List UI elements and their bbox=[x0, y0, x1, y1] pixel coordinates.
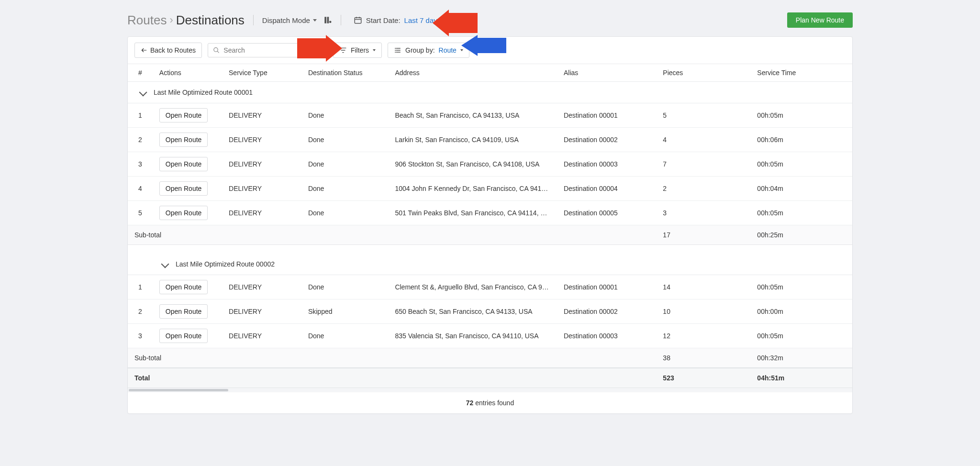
row-index: 4 bbox=[128, 177, 153, 201]
start-date-label: Start Date: bbox=[366, 16, 401, 24]
dispatch-mode-dropdown[interactable]: Dispatch Mode bbox=[262, 16, 317, 24]
cell-service-time: 00h:05m bbox=[750, 103, 852, 128]
open-route-button[interactable]: Open Route bbox=[159, 108, 208, 122]
subtotal-time: 00h:32m bbox=[750, 348, 852, 368]
breadcrumb-destinations: Destinations bbox=[176, 13, 245, 28]
table-row: 4 Open Route DELIVERY Done 1004 John F K… bbox=[128, 177, 852, 201]
dispatch-mode-label: Dispatch Mode bbox=[262, 16, 310, 24]
table-row: 1 Open Route DELIVERY Done Clement St &,… bbox=[128, 275, 852, 299]
start-date-dropdown[interactable]: Last 7 days bbox=[404, 16, 447, 24]
svg-line-8 bbox=[217, 51, 219, 53]
open-route-button[interactable]: Open Route bbox=[159, 206, 208, 220]
entries-label: entries found bbox=[475, 399, 514, 407]
back-to-routes-button[interactable]: Back to Routes bbox=[134, 43, 202, 58]
svg-rect-3 bbox=[355, 18, 361, 23]
groupby-label: Group by: bbox=[405, 46, 434, 54]
group-title: Last Mile Optimized Route 00001 bbox=[154, 89, 253, 96]
row-index: 5 bbox=[128, 201, 153, 225]
breadcrumb-routes[interactable]: Routes bbox=[127, 13, 167, 28]
open-route-button[interactable]: Open Route bbox=[159, 181, 208, 196]
horizontal-scrollbar[interactable] bbox=[128, 388, 852, 392]
cell-dest-status: Skipped bbox=[301, 299, 388, 323]
cell-service-time: 00h:00m bbox=[750, 299, 852, 323]
table-row: 2 Open Route DELIVERY Skipped 650 Beach … bbox=[128, 299, 852, 323]
col-address[interactable]: Address bbox=[388, 64, 557, 82]
cell-service-type: DELIVERY bbox=[222, 128, 301, 152]
chevron-down-icon bbox=[313, 19, 317, 22]
destinations-card: Back to Routes Filters Group by: Route bbox=[127, 36, 853, 414]
open-route-button[interactable]: Open Route bbox=[159, 133, 208, 147]
chevron-down-icon bbox=[161, 260, 169, 268]
destinations-table: # Actions Service Type Destination Statu… bbox=[128, 64, 852, 388]
row-index: 3 bbox=[128, 323, 153, 348]
filters-label: Filters bbox=[351, 46, 369, 54]
col-pieces[interactable]: Pieces bbox=[656, 64, 750, 82]
columns-icon bbox=[323, 16, 332, 24]
col-service-time[interactable]: Service Time bbox=[750, 64, 852, 82]
cell-address: 906 Stockton St, San Francisco, CA 94108… bbox=[388, 152, 557, 177]
total-pieces: 523 bbox=[656, 368, 750, 388]
cell-service-type: DELIVERY bbox=[222, 323, 301, 348]
back-label: Back to Routes bbox=[150, 46, 196, 54]
cell-dest-status: Done bbox=[301, 152, 388, 177]
cell-alias: Destination 00005 bbox=[557, 201, 656, 225]
chevron-down-icon bbox=[373, 49, 376, 51]
cell-service-type: DELIVERY bbox=[222, 299, 301, 323]
cell-service-type: DELIVERY bbox=[222, 201, 301, 225]
plan-new-route-button[interactable]: Plan New Route bbox=[787, 12, 853, 28]
total-label: Total bbox=[128, 368, 656, 388]
cell-alias: Destination 00001 bbox=[557, 103, 656, 128]
open-route-button[interactable]: Open Route bbox=[159, 329, 208, 343]
chevron-down-icon bbox=[460, 49, 463, 51]
search-field[interactable] bbox=[208, 43, 327, 57]
groupby-button[interactable]: Group by: Route bbox=[388, 43, 469, 58]
filters-button[interactable]: Filters bbox=[333, 43, 382, 58]
cell-alias: Destination 00003 bbox=[557, 323, 656, 348]
cell-service-time: 00h:06m bbox=[750, 128, 852, 152]
open-route-button[interactable]: Open Route bbox=[159, 157, 208, 171]
breadcrumb-sep: › bbox=[169, 14, 173, 26]
subtotal-label: Sub-total bbox=[128, 225, 656, 245]
group-title: Last Mile Optimized Route 00002 bbox=[176, 260, 275, 268]
open-route-button[interactable]: Open Route bbox=[159, 304, 208, 319]
col-service-type[interactable]: Service Type bbox=[222, 64, 301, 82]
cell-dest-status: Done bbox=[301, 201, 388, 225]
start-date-value: Last 7 days bbox=[404, 16, 441, 24]
group-header-row[interactable]: Last Mile Optimized Route 00001 bbox=[128, 82, 852, 103]
cell-dest-status: Done bbox=[301, 275, 388, 299]
svg-rect-1 bbox=[327, 17, 329, 23]
cell-pieces: 3 bbox=[656, 201, 750, 225]
search-icon bbox=[213, 46, 220, 54]
route-columns-icon-button[interactable] bbox=[323, 16, 332, 24]
table-row: 2 Open Route DELIVERY Done Larkin St, Sa… bbox=[128, 128, 852, 152]
cell-alias: Destination 00004 bbox=[557, 177, 656, 201]
cell-address: 835 Valencia St, San Francisco, CA 94110… bbox=[388, 323, 557, 348]
cell-service-type: DELIVERY bbox=[222, 152, 301, 177]
group-header-row[interactable]: Last Mile Optimized Route 00002 bbox=[128, 254, 852, 275]
cell-dest-status: Done bbox=[301, 103, 388, 128]
cell-pieces: 12 bbox=[656, 323, 750, 348]
col-num[interactable]: # bbox=[128, 64, 153, 82]
table-row: 3 Open Route DELIVERY Done 906 Stockton … bbox=[128, 152, 852, 177]
subtotal-time: 00h:25m bbox=[750, 225, 852, 245]
row-index: 2 bbox=[128, 299, 153, 323]
card-toolbar: Back to Routes Filters Group by: Route bbox=[128, 37, 852, 64]
cell-service-time: 00h:05m bbox=[750, 275, 852, 299]
scrollbar-thumb[interactable] bbox=[129, 389, 228, 391]
open-route-button[interactable]: Open Route bbox=[159, 280, 208, 294]
col-dest-status[interactable]: Destination Status bbox=[301, 64, 388, 82]
search-input[interactable] bbox=[223, 46, 322, 54]
cell-address: 650 Beach St, San Francisco, CA 94133, U… bbox=[388, 299, 557, 323]
subtotal-pieces: 17 bbox=[656, 225, 750, 245]
col-alias[interactable]: Alias bbox=[557, 64, 656, 82]
table-row: 5 Open Route DELIVERY Done 501 Twin Peak… bbox=[128, 201, 852, 225]
table-row: 3 Open Route DELIVERY Done 835 Valencia … bbox=[128, 323, 852, 348]
cell-service-time: 00h:04m bbox=[750, 177, 852, 201]
entries-found-footer: 72 entries found bbox=[128, 392, 852, 413]
destinations-table-wrap: # Actions Service Type Destination Statu… bbox=[128, 64, 852, 388]
cell-dest-status: Done bbox=[301, 323, 388, 348]
cell-pieces: 2 bbox=[656, 177, 750, 201]
cell-pieces: 10 bbox=[656, 299, 750, 323]
cell-address: 1004 John F Kennedy Dr, San Francisco, C… bbox=[388, 177, 557, 201]
col-actions[interactable]: Actions bbox=[153, 64, 222, 82]
